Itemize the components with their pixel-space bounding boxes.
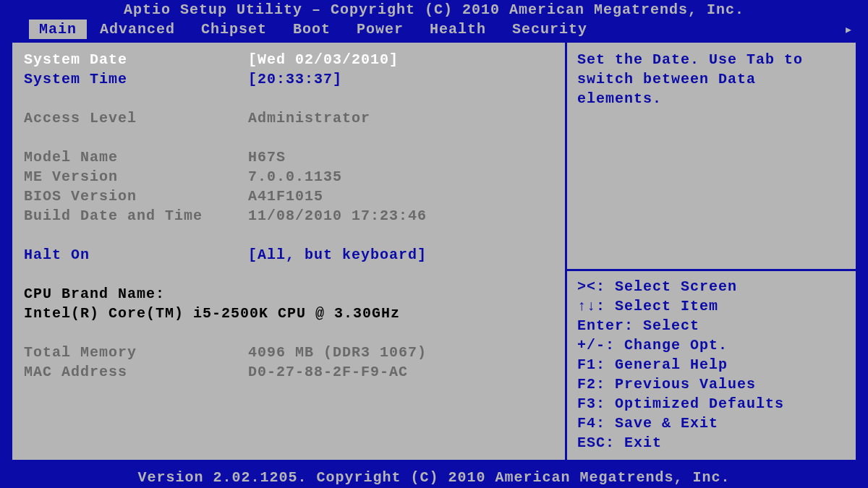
- access-level-label: Access Level: [24, 108, 248, 128]
- system-date-value[interactable]: [Wed 02/03/2010]: [248, 50, 399, 69]
- help-key-change-opt: +/-: Change Opt.: [577, 335, 846, 355]
- tab-health[interactable]: Health: [417, 21, 499, 38]
- me-version-label: ME Version: [24, 167, 248, 187]
- bios-version-row: BIOS Version A41F1015: [24, 187, 553, 206]
- system-date-row[interactable]: System Date [Wed 02/03/2010]: [24, 50, 553, 69]
- help-divider: [567, 269, 856, 271]
- halt-on-value[interactable]: [All, but keyboard]: [248, 245, 427, 265]
- help-keys: ><: Select Screen ↑↓: Select Item Enter:…: [577, 277, 846, 453]
- access-level-value: Administrator: [248, 108, 370, 128]
- system-date-label: System Date: [24, 50, 248, 69]
- mac-address-row: MAC Address D0-27-88-2F-F9-AC: [24, 362, 553, 382]
- total-memory-row: Total Memory 4096 MB (DDR3 1067): [24, 343, 553, 362]
- total-memory-value: 4096 MB (DDR3 1067): [248, 343, 427, 362]
- me-version-row: ME Version 7.0.0.1135: [24, 167, 553, 187]
- system-time-row[interactable]: System Time [20:33:37]: [24, 69, 553, 89]
- help-key-esc-exit: ESC: Exit: [577, 433, 846, 453]
- help-key-select-screen: ><: Select Screen: [577, 277, 846, 296]
- model-name-row: Model Name H67S: [24, 147, 553, 167]
- main-panel: System Date [Wed 02/03/2010] System Time…: [10, 40, 565, 462]
- mac-address-label: MAC Address: [24, 362, 248, 382]
- build-date-row: Build Date and Time 11/08/2010 17:23:46: [24, 206, 553, 226]
- help-key-general-help: F1: General Help: [577, 355, 846, 374]
- help-key-select-item: ↑↓: Select Item: [577, 296, 846, 316]
- help-description: Set the Date. Use Tab to switch between …: [577, 50, 846, 108]
- tab-scroll-right-icon[interactable]: ▸: [844, 20, 854, 38]
- system-time-label: System Time: [24, 69, 248, 89]
- build-date-label: Build Date and Time: [24, 206, 248, 226]
- tab-main[interactable]: Main: [29, 20, 87, 39]
- tab-chipset[interactable]: Chipset: [188, 21, 280, 38]
- tab-bar: Main Advanced Chipset Boot Power Health …: [0, 19, 868, 39]
- tab-power[interactable]: Power: [344, 21, 417, 38]
- me-version-value: 7.0.0.1135: [248, 167, 342, 187]
- help-key-previous-values: F2: Previous Values: [577, 374, 846, 394]
- header-title: Aptio Setup Utility – Copyright (C) 2010…: [0, 0, 868, 19]
- help-panel: Set the Date. Use Tab to switch between …: [565, 40, 858, 462]
- build-date-value: 11/08/2010 17:23:46: [248, 206, 427, 226]
- access-level-row: Access Level Administrator: [24, 108, 553, 128]
- mac-address-value: D0-27-88-2F-F9-AC: [248, 362, 408, 382]
- halt-on-label: Halt On: [24, 245, 248, 265]
- tab-security[interactable]: Security: [499, 21, 600, 38]
- tab-advanced[interactable]: Advanced: [87, 21, 188, 38]
- cpu-brand-label: CPU Brand Name:: [24, 284, 553, 304]
- total-memory-label: Total Memory: [24, 343, 248, 362]
- tab-boot[interactable]: Boot: [280, 21, 344, 38]
- bios-version-label: BIOS Version: [24, 187, 248, 206]
- help-key-save-exit: F4: Save & Exit: [577, 414, 846, 433]
- help-key-optimized-defaults: F3: Optimized Defaults: [577, 394, 846, 414]
- model-name-label: Model Name: [24, 147, 248, 167]
- footer-text: Version 2.02.1205. Copyright (C) 2010 Am…: [0, 468, 868, 488]
- help-key-enter: Enter: Select: [577, 316, 846, 335]
- model-name-value: H67S: [248, 147, 286, 167]
- system-time-value[interactable]: [20:33:37]: [248, 69, 342, 89]
- halt-on-row[interactable]: Halt On [All, but keyboard]: [24, 245, 553, 265]
- cpu-brand-value: Intel(R) Core(TM) i5-2500K CPU @ 3.30GHz: [24, 304, 553, 323]
- bios-version-value: A41F1015: [248, 187, 323, 206]
